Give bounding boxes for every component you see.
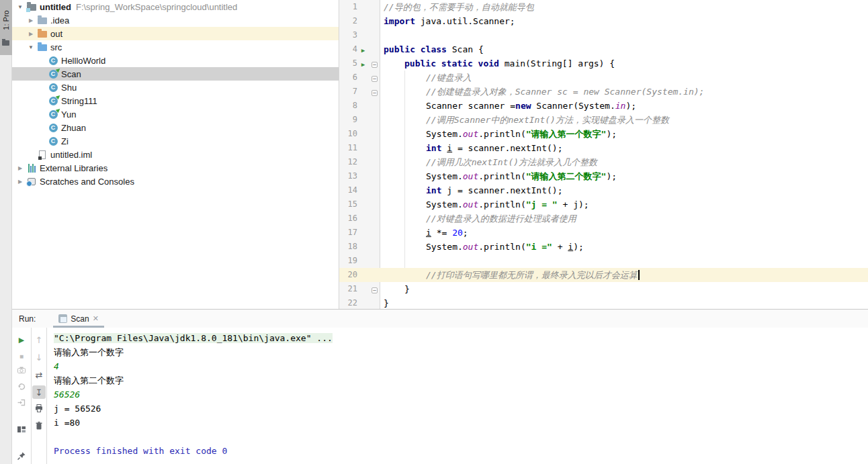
class-run-icon: C (47, 110, 59, 119)
line-number[interactable]: 17 (339, 226, 357, 240)
code-line-20[interactable]: 20//打印语句写哪里都无所谓，最终录入完以后才会运算 (339, 268, 868, 282)
tree-item-zhuan[interactable]: CZhuan (12, 121, 339, 134)
tree-item-string111[interactable]: CString111 (12, 94, 339, 107)
scroll-to-end-button[interactable]: ↧ (32, 385, 46, 399)
code-line-5[interactable]: 5▶−public static void main(String[] args… (339, 56, 868, 71)
line-number[interactable]: 19 (339, 254, 357, 268)
code-line-11[interactable]: 11int i = scanner.nextInt(); (339, 141, 868, 155)
pin-tab-button[interactable] (15, 451, 28, 463)
code-line-7[interactable]: 7−//创建键盘录入对象，Scanner sc = new Scanner(Sy… (339, 85, 868, 99)
line-number[interactable]: 20 (339, 268, 357, 282)
line-number[interactable]: 8 (339, 99, 357, 113)
class-icon: C (47, 83, 59, 92)
line-number[interactable]: 3 (339, 28, 357, 42)
code-line-19[interactable]: 19 (339, 254, 868, 268)
gutter-spacer (357, 28, 369, 42)
tree-item-idea[interactable]: ▶.idea (12, 13, 339, 27)
line-number[interactable]: 6 (339, 71, 357, 85)
code-line-9[interactable]: 9//调用Scanner中的nextInt()方法，实现键盘录入一个整数 (339, 113, 868, 127)
tree-item-untitled-iml[interactable]: untitled.iml (12, 148, 339, 161)
project-tool-window-button[interactable]: 1: Pro (0, 0, 12, 55)
tree-item-src[interactable]: ▼src (12, 40, 339, 54)
tree-item-out[interactable]: ▶out (12, 27, 339, 40)
fold-icon[interactable]: − (369, 56, 380, 71)
code-editor[interactable]: 1//导的包，不需要手动，自动就能导包2import java.util.Sca… (339, 0, 868, 309)
line-number[interactable]: 1 (339, 0, 357, 14)
tree-item-shu[interactable]: CShu (12, 81, 339, 94)
next-occurrence-button[interactable]: ↓ (32, 351, 46, 364)
code-line-16[interactable]: 16//对键盘录入的数据进行处理或者使用 (339, 212, 868, 226)
prev-occurrence-button[interactable]: ↑ (32, 333, 46, 346)
close-tab-icon[interactable]: ✕ (93, 314, 99, 323)
code-line-6[interactable]: 6−//键盘录入 (339, 71, 868, 85)
line-number[interactable]: 5 (339, 56, 357, 71)
tree-item-zi[interactable]: CZi (12, 134, 339, 148)
chevron-right-icon[interactable]: ▶ (26, 31, 36, 37)
line-number[interactable]: 12 (339, 155, 357, 169)
line-number[interactable]: 16 (339, 212, 357, 226)
tree-item-external-libraries[interactable]: ▶External Libraries (12, 161, 339, 175)
soft-wrap-button[interactable]: ⇄ (32, 368, 46, 381)
code-line-8[interactable]: 8Scanner scanner =new Scanner(System.in)… (339, 99, 868, 113)
fold-spacer (369, 226, 380, 240)
line-number[interactable]: 11 (339, 141, 357, 155)
chevron-right-icon[interactable]: ▶ (26, 17, 36, 24)
code-token: i (447, 143, 452, 153)
tree-item-untitled[interactable]: ▼untitledF:\spring_WorkSpace\springcloud… (12, 0, 339, 13)
code-line-13[interactable]: 13System.out.println("请输入第二个数字"); (339, 169, 868, 183)
exit-button[interactable] (15, 398, 28, 410)
fold-icon[interactable]: − (369, 71, 380, 85)
chevron-down-icon[interactable]: ▼ (26, 44, 36, 50)
run-line-icon[interactable]: ▶ (357, 42, 369, 56)
code-line-10[interactable]: 10System.out.println("请输入第一个数字"); (339, 127, 868, 141)
gutter-spacer (357, 85, 369, 99)
code-line-4[interactable]: 4▶public class Scan { (339, 42, 868, 56)
line-number[interactable]: 22 (339, 296, 357, 309)
restart-button[interactable] (15, 381, 28, 393)
stop-button[interactable]: ■ (15, 349, 28, 361)
tree-item-scan[interactable]: CScan (12, 67, 339, 81)
line-number[interactable]: 18 (339, 240, 357, 254)
code-line-12[interactable]: 12//调用几次nextInt()方法就录入几个整数 (339, 155, 868, 169)
code-line-3[interactable]: 3 (339, 28, 868, 42)
run-line-icon[interactable]: ▶ (357, 56, 369, 71)
run-tab-scan[interactable]: Scan ✕ (53, 310, 104, 328)
tree-item-hellloworld[interactable]: CHellloWorld (12, 54, 339, 67)
console-output[interactable]: "C:\Program Files\Java\jdk1.8.0_181\bin\… (47, 328, 868, 464)
code-line-15[interactable]: 15System.out.println("j = " + j); (339, 197, 868, 212)
line-number[interactable]: 4 (339, 42, 357, 56)
fold-icon[interactable]: − (369, 282, 380, 296)
code-line-21[interactable]: 21−} (339, 282, 868, 296)
line-number[interactable]: 21 (339, 282, 357, 296)
scroll-end-icon: ↧ (36, 386, 43, 398)
dump-threads-button[interactable] (15, 365, 28, 377)
code-line-18[interactable]: 18System.out.println("i =" + i); (339, 240, 868, 254)
console-line: Process finished with exit code 0 (54, 444, 868, 458)
fold-icon[interactable]: − (369, 85, 380, 99)
code-line-14[interactable]: 14int j = scanner.nextInt(); (339, 183, 868, 197)
code-line-22[interactable]: 22} (339, 296, 868, 309)
line-number[interactable]: 13 (339, 169, 357, 183)
line-number[interactable]: 15 (339, 197, 357, 212)
code-token: out (463, 199, 478, 210)
print-button[interactable] (32, 403, 46, 416)
console-command-text: "C:\Program Files\Java\jdk1.8.0_181\bin\… (54, 333, 333, 343)
code-line-2[interactable]: 2import java.util.Scanner; (339, 14, 868, 28)
clear-all-button[interactable] (32, 420, 46, 434)
chevron-right-icon[interactable]: ▶ (15, 165, 26, 171)
code-line-1[interactable]: 1//导的包，不需要手动，自动就能导包 (339, 0, 868, 14)
line-number[interactable]: 2 (339, 14, 357, 28)
fold-spacer (369, 99, 380, 113)
line-number[interactable]: 9 (339, 113, 357, 127)
rerun-button[interactable]: ▶ (15, 333, 28, 345)
line-number[interactable]: 7 (339, 85, 357, 99)
tree-item-scratches-and-consoles[interactable]: ▶Scratches and Consoles (12, 175, 339, 188)
code-line-17[interactable]: 17i *= 20; (339, 226, 868, 240)
chevron-right-icon[interactable]: ▶ (15, 179, 26, 185)
line-number[interactable]: 10 (339, 127, 357, 141)
tree-item-yun[interactable]: CYun (12, 107, 339, 121)
gutter-spacer (357, 212, 369, 226)
chevron-down-icon[interactable]: ▼ (15, 4, 26, 10)
restore-layout-button[interactable] (15, 424, 28, 436)
line-number[interactable]: 14 (339, 183, 357, 197)
